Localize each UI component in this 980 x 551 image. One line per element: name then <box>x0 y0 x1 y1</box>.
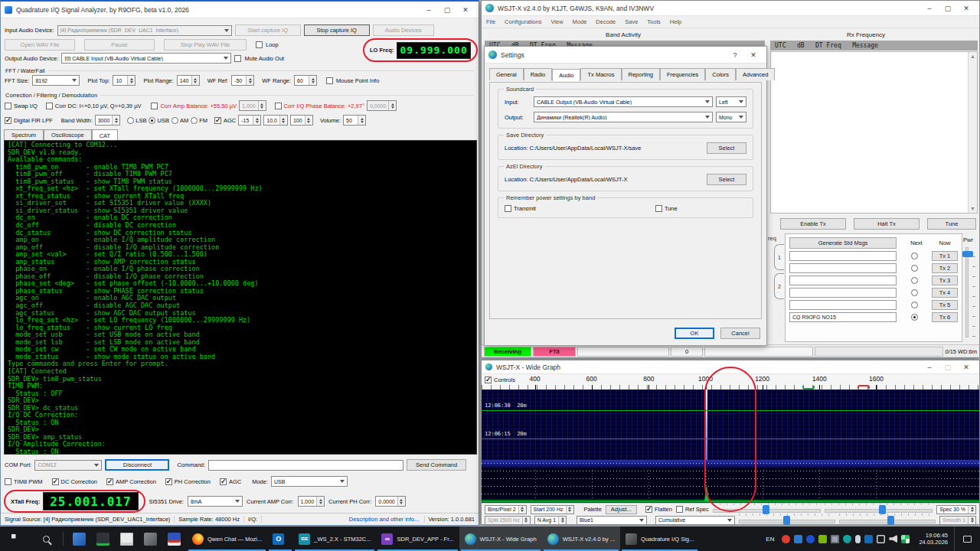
loop-checkbox[interactable] <box>256 41 263 48</box>
tx-freq-marker[interactable] <box>858 385 870 389</box>
save-select-button[interactable]: Select <box>707 142 746 154</box>
agc-checkbox[interactable] <box>214 117 221 124</box>
taskbar-task[interactable]: ∞ SDR_DEV_APP - Fr... <box>376 527 459 551</box>
halt-tx-button[interactable]: Halt Tx <box>854 218 920 230</box>
pwr-slider[interactable] <box>965 247 969 337</box>
tray-icon[interactable] <box>901 535 910 543</box>
pinned-app-icon[interactable] <box>73 533 86 546</box>
tray-icon[interactable] <box>889 535 897 543</box>
current-ph-corr-stepper[interactable]: 0,0000 <box>375 496 405 507</box>
audio-devices-button[interactable]: Audio Devices <box>373 24 434 36</box>
azel-select-button[interactable]: Select <box>707 174 746 185</box>
next-radio[interactable] <box>911 314 918 321</box>
analyzer-tab[interactable]: Oscilloscope <box>44 129 92 140</box>
wsjtx-titlebar[interactable]: WSJT-X v2.4.0 by K1JT, G4WJS, K9AN, and … <box>482 1 979 16</box>
tx-message-field[interactable] <box>789 276 897 285</box>
taskbar-task[interactable]: O <box>267 527 293 551</box>
corr-amp-balance-checkbox[interactable] <box>151 103 158 109</box>
settings-tab[interactable]: Advanced <box>736 68 775 80</box>
start-capture-button[interactable]: Start capture IQ <box>235 24 301 36</box>
wf-ref-stepper[interactable]: -50 <box>231 75 254 86</box>
menu-item[interactable]: Mode <box>573 18 587 25</box>
tray-icon[interactable] <box>843 535 851 543</box>
smooth-stepper[interactable]: Smooth 1 <box>939 516 976 525</box>
agc-decay-stepper[interactable]: 100 <box>290 115 313 126</box>
plot-range-stepper[interactable]: 140 <box>177 75 200 86</box>
correction-toggle[interactable]: AGC <box>220 478 241 485</box>
split-stepper[interactable]: Split 2500 Hz <box>485 516 531 525</box>
taskbar-clock[interactable]: 19:06:45 24.03.2026 <box>919 532 948 546</box>
minimize-icon[interactable]: – <box>920 2 939 15</box>
bins-per-pixel-stepper[interactable]: Bins/Pixel 2 <box>485 505 527 514</box>
pinned-app-icon[interactable] <box>120 533 133 546</box>
tray-icon[interactable] <box>806 535 815 543</box>
mode-select[interactable]: USB <box>271 476 348 487</box>
analyzer-tab[interactable]: Spectrum <box>4 129 44 140</box>
plot-top-stepper[interactable]: 10 <box>113 75 136 86</box>
com-port-select[interactable]: COM12 <box>34 460 102 471</box>
slider-handle[interactable] <box>887 516 894 525</box>
menu-item[interactable]: View <box>550 18 563 25</box>
next-radio[interactable] <box>911 277 918 284</box>
pause-button[interactable]: Pause <box>84 39 155 51</box>
maximize-icon[interactable]: ▢ <box>438 4 456 16</box>
message-tab-2[interactable]: 2 <box>774 273 784 299</box>
tray-icon[interactable] <box>818 535 827 543</box>
slider-handle[interactable] <box>783 516 790 525</box>
tx-now-button[interactable]: Tx 3 <box>932 276 958 285</box>
enable-tx-button[interactable]: Enable Tx <box>780 218 846 230</box>
command-input[interactable] <box>208 460 403 471</box>
tray-icon[interactable] <box>855 535 861 543</box>
tray-icon[interactable] <box>864 535 873 543</box>
taskbar-task[interactable]: WSJT-X v2.4.0 by ... <box>542 527 620 551</box>
widegraph-titlebar[interactable]: WSJT-X - Wide Graph – ▢ ✕ <box>482 360 979 374</box>
next-radio[interactable] <box>911 302 918 308</box>
notification-center-button[interactable] <box>954 527 980 551</box>
settings-tab[interactable]: Radio <box>524 68 553 80</box>
tune-button[interactable]: Tune <box>927 218 976 230</box>
tx-message-field[interactable] <box>789 251 897 261</box>
mouse-point-info-checkbox[interactable] <box>326 77 333 84</box>
current-amp-corr-stepper[interactable]: 1,000 <box>298 496 325 507</box>
tx-message-field[interactable] <box>789 288 897 298</box>
generate-std-msgs-button[interactable]: Generate Std Msgs <box>789 237 897 249</box>
analyzer-tab[interactable]: CAT <box>92 129 118 141</box>
minimize-icon[interactable]: – <box>920 361 939 373</box>
output-channel-select[interactable]: Mono <box>716 112 746 122</box>
correction-toggle[interactable]: TIM8 PWM <box>5 478 43 485</box>
pinned-app-icon[interactable] <box>96 533 109 546</box>
amp-balance-stepper[interactable]: 1,000 <box>239 100 266 111</box>
swap-iq-checkbox[interactable] <box>5 103 11 109</box>
next-radio[interactable] <box>911 289 918 296</box>
taskbar-task[interactable]: WSJT-X - Wide Graph <box>459 527 542 551</box>
correction-toggle[interactable]: DC Correction <box>52 478 98 485</box>
demod-mode-option[interactable]: USB <box>149 117 168 124</box>
menu-item[interactable]: Configurations <box>505 18 541 25</box>
output-device-select[interactable]: [0] CABLE Input (VB-Audio Virtual Cable) <box>61 53 231 64</box>
pwr-slider-handle[interactable] <box>962 251 973 257</box>
taskbar-task[interactable]: Quadrature I/Q Sig... <box>620 527 699 551</box>
settings-tab[interactable]: Tx Macros <box>580 68 621 80</box>
tune-checkbox[interactable] <box>655 205 662 212</box>
flatten-toggle[interactable]: Flatten <box>645 506 672 513</box>
scrollbar[interactable]: ▲▼ <box>968 52 977 213</box>
si5351-drive-select[interactable]: 8mA <box>188 496 243 507</box>
start-button[interactable] <box>0 527 32 551</box>
soundcard-input-select[interactable]: CABLE Output (VB-Audio Virtual Cable) <box>534 96 713 107</box>
disconnect-button[interactable]: Disconnect <box>105 459 169 471</box>
menu-item[interactable]: Tools <box>647 18 661 25</box>
tx-message-field[interactable]: CQ R9OFG NO15 <box>789 312 897 322</box>
settings-tab[interactable]: Reporting <box>622 68 661 80</box>
maximize-icon[interactable]: ▢ <box>939 361 957 373</box>
send-command-button[interactable]: Send Command <box>407 459 466 471</box>
correction-toggle[interactable]: AMP Correction <box>106 478 156 485</box>
pinned-app-icon[interactable] <box>168 533 181 546</box>
input-device-select[interactable]: [4] Радиоприемник (SDR_DEV_UAC1_Interfac… <box>57 25 232 36</box>
tx-now-button[interactable]: Tx 1 <box>932 251 958 261</box>
stop-capture-button[interactable]: Stop capture IQ <box>304 24 370 36</box>
close-icon[interactable]: ✕ <box>744 49 763 61</box>
corr-dc-checkbox[interactable] <box>46 103 53 109</box>
tray-icon[interactable] <box>831 535 839 543</box>
rx-frequency-table[interactable]: ▲▼ <box>770 51 978 214</box>
message-tab-1[interactable]: 1 <box>774 244 784 270</box>
